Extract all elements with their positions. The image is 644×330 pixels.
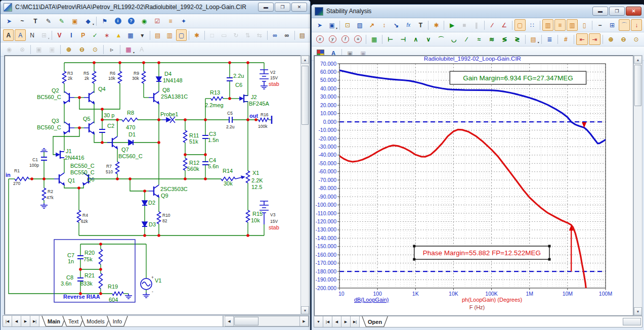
run-button-icon[interactable]: ▶ xyxy=(446,19,457,31)
zoom-out-button-icon[interactable]: ⊖ xyxy=(76,43,88,55)
clear-box-icon[interactable]: ▭ xyxy=(219,29,229,41)
tab-info[interactable]: Info xyxy=(107,316,128,326)
bottom-envelope-cursor-icon[interactable]: ≋ xyxy=(486,33,498,45)
cursor-x-value-icon[interactable]: x xyxy=(314,33,326,45)
flip-vertical-icon[interactable]: ⇅ xyxy=(242,29,253,41)
restore-button[interactable]: ❐ xyxy=(609,7,625,16)
attribute-text-toggle-icon[interactable]: A xyxy=(3,29,14,41)
pin-connections-toggle-icon[interactable]: ∗ xyxy=(101,29,112,41)
splitter-handle[interactable] xyxy=(623,318,641,325)
scroll-up-icon[interactable]: ▲ xyxy=(634,56,642,64)
pages-menu-button[interactable]: ▼ xyxy=(314,316,323,327)
inflection-cursor-icon[interactable]: ∕ xyxy=(461,33,473,45)
copy-attributes-menu-icon[interactable]: ⊞▾ xyxy=(38,29,49,41)
zoom-100-button-icon[interactable]: ⊙ xyxy=(89,43,101,55)
font-tool-icon[interactable]: A xyxy=(136,43,148,55)
attribute-value-toggle-icon[interactable]: A xyxy=(15,29,25,41)
select-box-mode-icon[interactable]: ▢ xyxy=(514,19,526,31)
text-tool-icon[interactable]: T xyxy=(29,15,41,27)
scrollbar-thumb[interactable] xyxy=(302,66,309,125)
properties-tool-icon[interactable]: ✱ xyxy=(191,29,202,41)
node-numbers-toggle-icon[interactable]: N xyxy=(27,29,37,41)
gain-margin-annotation[interactable]: Gain Margin=6.934 FG=27.347MEG xyxy=(450,71,586,84)
close-button[interactable]: ✕ xyxy=(626,7,641,16)
close-button[interactable]: ✕ xyxy=(291,3,307,12)
first-page-button[interactable]: |◀ xyxy=(3,316,12,326)
region-enable-tool-icon[interactable]: ☑ xyxy=(151,15,163,27)
pause-button-icon[interactable]: ∥ xyxy=(471,19,482,31)
log-scale-toggle-icon[interactable]: ⌒ xyxy=(619,19,630,31)
scrollbar-thumb[interactable] xyxy=(234,317,259,325)
global-low-cursor-icon[interactable]: ≷ xyxy=(511,33,523,45)
find-tool-icon[interactable]: ∞ xyxy=(270,29,280,41)
zoom-100-button-icon[interactable]: ⊙ xyxy=(630,33,642,45)
schematic-drawing[interactable]: R32kR52kR610kR930kQ2BC560_CQ4Q3BC560_CQ5… xyxy=(5,56,300,311)
watch-values-icon[interactable]: # xyxy=(560,33,572,45)
schematic-titlebar[interactable]: C:\MC11\DATA\Petrov\RIAA\Petrov_RL1992-0… xyxy=(1,1,310,14)
prev-page-button[interactable]: ◀ xyxy=(332,316,341,327)
notes-tool-icon[interactable]: ▤ xyxy=(297,29,308,41)
peak-cursor-icon[interactable]: ∧ xyxy=(410,33,421,45)
top-envelope-cursor-icon[interactable]: ≈ xyxy=(474,33,485,45)
rubberband-select-icon[interactable]: ▢ xyxy=(176,29,187,41)
selection-handle[interactable] xyxy=(413,258,415,261)
component-menu-icon[interactable]: ◆▾ xyxy=(82,15,94,27)
grid-menu-icon[interactable]: ▾ xyxy=(137,29,148,41)
tile-windows-menu-icon[interactable]: ▦▾ xyxy=(122,43,135,55)
go-to-y-cursor-icon[interactable]: ⇥ xyxy=(589,33,600,45)
next-page-button[interactable]: ▶ xyxy=(341,316,351,327)
scroll-left-icon[interactable]: ◀ xyxy=(225,316,234,326)
plot-normal-icon[interactable]: ▥ xyxy=(542,19,553,31)
grid-toggle-icon[interactable]: ▦ xyxy=(125,29,136,41)
paste-page-button-icon[interactable]: ▣ xyxy=(46,43,58,55)
wizard-tool-icon[interactable]: ✦ xyxy=(178,15,190,27)
schematic-canvas[interactable]: R32kR52kR610kR930kQ2BC560_CQ4Q3BC560_CQ5… xyxy=(4,55,302,315)
stop-button-icon[interactable]: ■ xyxy=(459,19,470,31)
low-cursor-icon[interactable]: ◡ xyxy=(448,33,459,45)
clipboard-menu-icon[interactable]: ▤▾ xyxy=(528,33,539,45)
collapse-plots-icon[interactable]: − xyxy=(594,19,606,31)
step-button-icon[interactable]: ◉ xyxy=(3,43,15,55)
currents-toggle-icon[interactable]: I xyxy=(66,29,76,41)
legend-gain[interactable]: dB(LoopGain) xyxy=(354,297,389,303)
flip-horizontal-icon[interactable]: ⇆ xyxy=(254,29,265,41)
minimize-button[interactable]: ▬ xyxy=(258,3,274,12)
scroll-up-icon[interactable]: ▲ xyxy=(301,56,309,64)
restore-button[interactable]: ❐ xyxy=(275,3,290,12)
plot-canvas[interactable]: 70.00060.00050.00040.00030.00020.00010.0… xyxy=(314,55,633,316)
fx-tag-mode-icon[interactable]: fx xyxy=(403,19,414,31)
minimize-button[interactable]: ▬ xyxy=(592,7,608,16)
wire-mode-tool-icon[interactable]: ~ xyxy=(16,15,28,27)
select-tool-icon[interactable]: ➤ xyxy=(3,15,15,27)
scrollbar-thumb[interactable] xyxy=(634,65,641,106)
phase-margin-annotation[interactable]: Phase Margin=55.882 FP=12.522MEG xyxy=(413,245,550,260)
tab-open[interactable]: Open xyxy=(362,316,388,327)
expand-plots-icon[interactable]: ⊞ xyxy=(607,19,618,31)
last-page-button[interactable]: ▶| xyxy=(351,316,360,327)
conditions-toggle-icon[interactable]: ✓ xyxy=(90,29,100,41)
legend-phase[interactable]: ph(LoopGain) (Degrees) xyxy=(462,297,522,303)
data-table-icon[interactable]: ▦ xyxy=(368,33,380,45)
zoom-in-button-icon[interactable]: ⊕ xyxy=(63,43,75,55)
copy-menu-icon[interactable]: ▣▾ xyxy=(326,19,337,31)
global-high-cursor-icon[interactable]: ≶ xyxy=(499,33,510,45)
valley-cursor-icon[interactable]: ∨ xyxy=(422,33,434,45)
next-page-button[interactable]: ▶ xyxy=(21,316,30,326)
flag-tool-icon[interactable]: ⚑ xyxy=(99,15,111,27)
tab-main[interactable]: Main xyxy=(41,316,66,326)
scroll-down-icon[interactable]: ▼ xyxy=(634,307,642,315)
prev-page-button[interactable]: ◀ xyxy=(12,316,21,326)
properties-tool-icon[interactable]: ✱ xyxy=(431,19,442,31)
data-points-mode-icon[interactable]: ∷ xyxy=(527,19,538,31)
plot-individual-icon[interactable]: ▯ xyxy=(579,19,590,31)
help-tool-icon[interactable]: ? xyxy=(125,15,137,27)
page-flip-button-icon[interactable]: ▹ xyxy=(106,43,118,55)
rotate-tool-icon[interactable]: ↻ xyxy=(231,29,241,41)
line-tool-icon[interactable]: ✎ xyxy=(42,15,55,27)
angle-tag-icon[interactable]: ∠ xyxy=(499,19,510,31)
find-next-tool-icon[interactable]: ∞ xyxy=(281,29,292,41)
graph-properties-icon[interactable]: ▧ xyxy=(354,19,365,31)
cursor-mode-icon[interactable]: ↕ xyxy=(378,19,390,31)
zoom-select-tool-icon[interactable]: ⊡ xyxy=(342,19,353,31)
last-page-button[interactable]: ▶| xyxy=(30,316,39,326)
